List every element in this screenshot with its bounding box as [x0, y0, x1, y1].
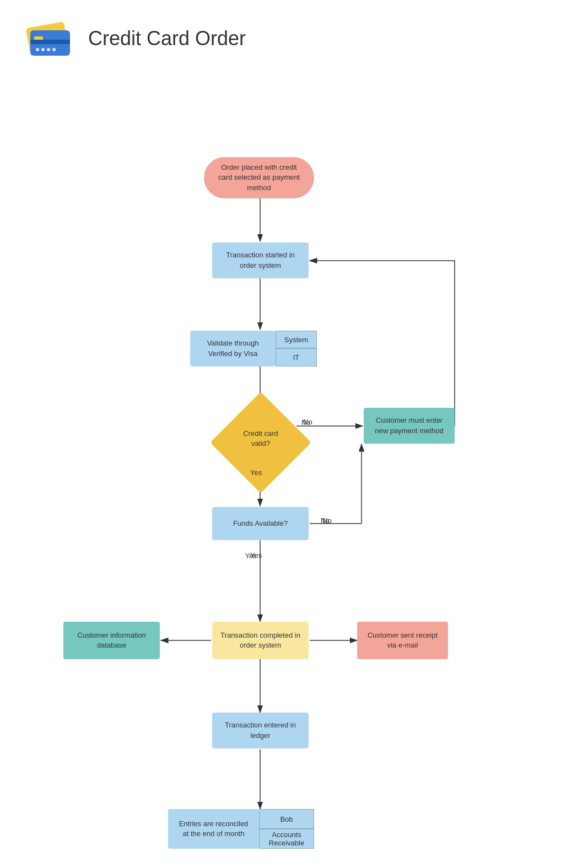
start-node: Order placed with credit card selected a…: [204, 157, 314, 198]
credit-card-valid-label: Credit card valid?: [233, 429, 288, 449]
page-header: Credit Card Order: [0, 0, 588, 72]
svg-point-6: [47, 48, 50, 51]
entries-reconciled-node: Entries are reconciled at the end of mon…: [168, 809, 259, 849]
yes-label-funds-avail: Yes: [250, 551, 262, 559]
customer-receipt-node: Customer sent receipt via e-mail: [357, 622, 448, 659]
accounts-receivable-swimlane-label: Accounts Receivable: [259, 829, 314, 849]
svg-rect-3: [30, 40, 70, 44]
validate-node: Validate through Verified by Visa: [190, 331, 276, 366]
transaction-ledger-node: Transaction entered in ledger: [212, 713, 309, 748]
flowchart-diagram: Yes No Yes No Order placed with credit c…: [0, 72, 588, 868]
no-label-funds-avail: No: [322, 516, 332, 525]
yes-label-credit-card: Yes: [250, 468, 262, 477]
system-swimlane-label: System: [276, 331, 317, 348]
svg-point-4: [36, 48, 39, 51]
customer-info-db-node: Customer information database: [63, 622, 160, 659]
customer-payment-node: Customer must enter new payment method: [364, 408, 455, 444]
credit-card-icon: [22, 17, 77, 61]
funds-available-node: Funds Available?: [212, 507, 309, 540]
transaction-completed-node: Transaction completed in order system: [212, 622, 309, 659]
svg-point-7: [52, 48, 56, 51]
svg-point-5: [41, 48, 45, 51]
bob-swimlane-label: Bob: [259, 809, 314, 829]
it-swimlane-label: IT: [276, 348, 317, 366]
no-label-credit-card: No: [303, 418, 312, 426]
credit-card-valid-diamond-container: Credit card valid?: [225, 407, 296, 478]
transaction-started-node: Transaction started in order system: [212, 242, 309, 278]
page-title: Credit Card Order: [88, 27, 246, 50]
